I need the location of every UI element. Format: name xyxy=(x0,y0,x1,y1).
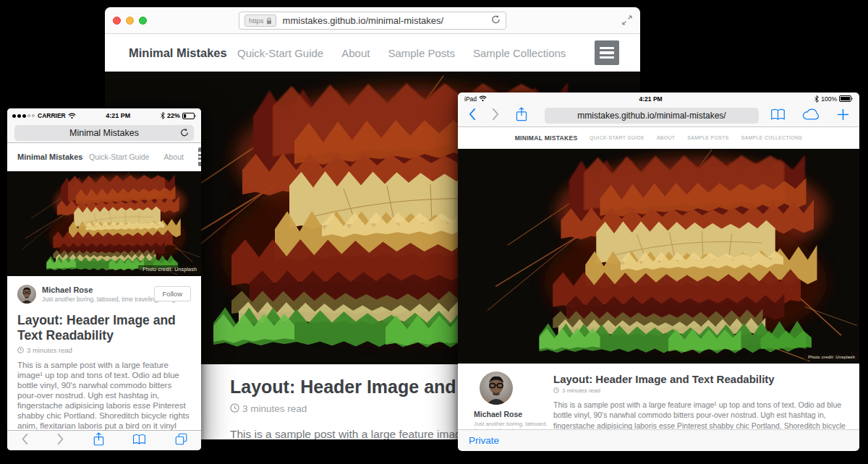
nav-quick-start-guide[interactable]: Quick-Start Guide xyxy=(237,47,323,59)
https-badge: https xyxy=(244,14,276,27)
nav-quick-start-guide[interactable]: Quick-Start Guide xyxy=(89,152,149,161)
device-label: iPad xyxy=(464,95,477,103)
icloud-tabs-icon[interactable] xyxy=(802,108,820,124)
photo-credit-badge: Photo credit: Unsplash xyxy=(138,265,201,273)
signal-dots-icon xyxy=(12,114,35,118)
clock-icon xyxy=(17,347,24,353)
avatar xyxy=(17,285,36,304)
new-tab-icon[interactable] xyxy=(837,108,849,124)
site-title-link[interactable]: MINIMAL MISTAKES xyxy=(515,134,578,142)
clock-icon xyxy=(553,387,559,393)
battery-percent: 100% xyxy=(821,95,837,103)
site-masthead: Minimal Mistakes Quick-Start Guide About… xyxy=(105,34,640,72)
bookmarks-icon[interactable] xyxy=(132,434,146,448)
ipad-safari: iPad 4:21 PM 100% mmistakes.github.io/mi… xyxy=(458,93,859,451)
read-time: 3 minutes read xyxy=(553,387,846,394)
zoom-window-button[interactable] xyxy=(139,17,147,25)
author-bio: Just another boring, tattooed, time trav… xyxy=(474,421,553,429)
forward-icon[interactable] xyxy=(57,433,64,448)
url-text: mmistakes.github.io/minimal-mistakes/ xyxy=(283,15,444,26)
bluetooth-icon xyxy=(161,112,165,119)
post-body-excerpt: This is a sample post with a large featu… xyxy=(553,400,846,429)
site-masthead: MINIMAL MISTAKES QUICK-START GUIDE ABOUT… xyxy=(458,127,859,149)
safari-bottom-toolbar xyxy=(7,430,201,450)
clock-icon xyxy=(230,403,239,413)
safari-toolbar: mmistakes.github.io/minimal-mistakes/ xyxy=(458,105,859,127)
url-field[interactable]: mmistakes.github.io/minimal-mistakes/ xyxy=(545,108,759,124)
share-icon[interactable] xyxy=(516,107,527,124)
feature-image-leaves: Photo credit: Unsplash xyxy=(458,149,859,364)
fullscreen-resize-icon[interactable] xyxy=(622,15,632,28)
bookmarks-icon[interactable] xyxy=(770,108,786,124)
post-title: Layout: Header Image and Text Readabilit… xyxy=(553,373,846,385)
photo-credit-badge: Photo credit: Unsplash xyxy=(804,353,859,361)
composite-canvas: https mmistakes.github.io/minimal-mistak… xyxy=(0,0,868,464)
https-label: https xyxy=(249,17,264,25)
post-title: Layout: Header Image and Text Readabilit… xyxy=(17,313,185,343)
site-title-link[interactable]: Minimal Mistakes xyxy=(17,152,89,161)
carrier-label: CARRIER xyxy=(38,112,66,119)
avatar xyxy=(480,371,513,405)
wifi-icon xyxy=(68,113,76,119)
iphone-safari: CARRIER 4:21 PM 22% Minimal Mistakes Min… xyxy=(7,108,201,450)
site-masthead: Minimal Mistakes Quick-Start Guide About xyxy=(7,143,201,171)
ipad-status-bar: iPad 4:21 PM 100% xyxy=(458,93,859,105)
nav-quick-start-guide[interactable]: QUICK-START GUIDE xyxy=(590,135,644,140)
bluetooth-icon xyxy=(814,95,819,103)
site-title-link[interactable]: Minimal Mistakes xyxy=(129,46,237,60)
menu-icon[interactable] xyxy=(595,40,619,65)
status-time: 4:21 PM xyxy=(76,112,161,119)
share-icon[interactable] xyxy=(93,432,104,449)
minimize-window-button[interactable] xyxy=(126,17,134,25)
tabs-icon[interactable] xyxy=(175,433,187,448)
iphone-status-bar: CARRIER 4:21 PM 22% xyxy=(7,108,201,123)
nav-about[interactable]: About xyxy=(341,47,370,59)
browser-chrome-bar: https mmistakes.github.io/minimal-mistak… xyxy=(105,7,640,34)
battery-icon xyxy=(182,113,196,119)
battery-icon xyxy=(839,95,853,102)
lock-icon xyxy=(266,17,272,25)
menu-icon[interactable] xyxy=(198,147,201,166)
post-content: Michael Rose Just another boring, tattoo… xyxy=(7,276,201,450)
feature-image-leaves: Photo credit: Unsplash xyxy=(7,171,201,276)
close-window-button[interactable] xyxy=(113,17,121,25)
back-icon[interactable] xyxy=(468,108,476,124)
window-controls xyxy=(113,17,147,25)
reload-icon[interactable] xyxy=(180,128,189,139)
forward-icon[interactable] xyxy=(492,108,500,124)
follow-button[interactable]: Follow xyxy=(154,286,191,301)
nav-sample-collections[interactable]: Sample Collections xyxy=(473,47,566,59)
reload-icon[interactable] xyxy=(491,14,501,27)
nav-about[interactable]: ABOUT xyxy=(657,135,675,140)
wifi-icon xyxy=(479,95,487,102)
author-name: Michael Rose xyxy=(474,410,553,418)
post-content: Michael Rose Just another boring, tattoo… xyxy=(458,364,859,429)
nav-about[interactable]: About xyxy=(163,152,183,161)
author-block: Michael Rose Just another boring, tattoo… xyxy=(474,371,553,429)
back-icon[interactable] xyxy=(21,433,28,448)
iphone-address-bar: Minimal Mistakes xyxy=(7,123,201,143)
read-time: 3 minutes read xyxy=(17,346,191,354)
nav-sample-collections[interactable]: SAMPLE COLLECTIONS xyxy=(741,135,803,140)
url-field[interactable]: Minimal Mistakes xyxy=(14,125,194,141)
private-button[interactable]: Private xyxy=(469,435,499,446)
nav-sample-posts[interactable]: SAMPLE POSTS xyxy=(687,135,728,140)
private-browsing-bar: Private xyxy=(458,429,859,450)
battery-percent: 22% xyxy=(167,112,180,119)
status-time: 4:21 PM xyxy=(487,95,814,103)
nav-sample-posts[interactable]: Sample Posts xyxy=(388,47,455,59)
address-bar[interactable]: https mmistakes.github.io/minimal-mistak… xyxy=(239,12,506,30)
